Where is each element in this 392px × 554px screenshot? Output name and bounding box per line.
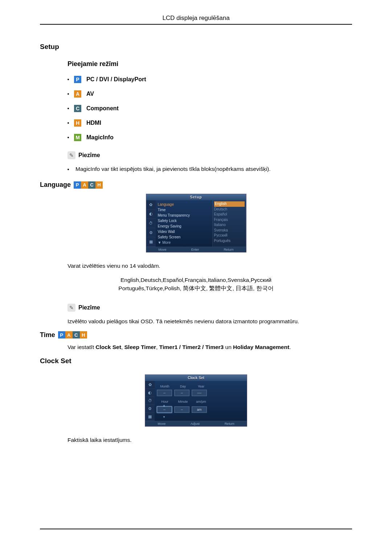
time-heading: Time P A C H (40, 331, 352, 339)
arrow-down-icon: ▼ (157, 416, 171, 419)
note-icon (68, 151, 75, 159)
time-heading-text: Time (40, 331, 55, 339)
language-heading-text: Language (40, 181, 71, 189)
osd-menu-item: Video Wall (158, 229, 210, 234)
time-period: . (289, 344, 291, 350)
osd-tab-icon: ✿ (145, 381, 155, 389)
time-sleep-timer: Sleep Timer (124, 344, 156, 350)
setup-heading: Setup (40, 43, 352, 51)
clock-label-hour: Hour (157, 400, 173, 403)
note-row: Piezīme (68, 151, 352, 159)
osd-tab-icon: ⚙ (145, 405, 155, 413)
bullet-icon (68, 79, 69, 80)
language-heading: Language P A C H (40, 181, 352, 189)
badge-a-icon: A (74, 90, 81, 98)
modes-heading: Pieejamie režīmi (68, 60, 352, 68)
osd-footer: Move Adjust Return (145, 421, 247, 426)
osd-lang-item: Français (214, 217, 245, 223)
clock-value-month: -- (157, 390, 172, 396)
mode-item-hdmi: H HDMI (68, 119, 352, 127)
note-text-row: MagicInfo var tikt iespējots tikai, ja p… (68, 166, 352, 172)
note-label: Piezīme (78, 304, 100, 311)
osd-menu-item: Energy Saving (158, 223, 210, 229)
osd-menu-item: Language (158, 202, 210, 207)
time-timers: Timer1 / Timer2 / Timer3 (159, 344, 224, 350)
osd-lang-item: Svenska (214, 228, 245, 233)
osd-menu-item: Safety Lock (158, 218, 210, 223)
osd-footer-move: Move (159, 248, 167, 251)
clock-label-year: Year (193, 385, 209, 388)
osd-menu-more: ▼ More (158, 240, 210, 245)
mode-label: AV (86, 91, 94, 97)
osd-tab-icon: ▦ (146, 237, 156, 247)
badge-a-icon: A (81, 181, 88, 189)
language-options-block: English,Deutsch,Español,Français,Italian… (40, 276, 352, 293)
mode-item-component: C Component (68, 105, 352, 112)
osd-icon-column: ✿ ◐ ⏱ ⚙ ▦ (145, 381, 155, 421)
badge-a-icon: A (65, 331, 73, 338)
mode-label: PC / DVI / DisplayPort (86, 76, 146, 83)
bullet-icon (68, 108, 69, 109)
mode-label: HDMI (86, 120, 101, 126)
osd-lang-item: Español (214, 212, 245, 217)
osd-clock-screenshot: Clock Set ✿ ◐ ⏱ ⚙ ▦ Month Day Year -- --… (145, 374, 247, 427)
osd-setup-screenshot: Setup ✿ ◐ ⏱ ⚙ ▦ Language Time Menu Trans… (146, 194, 246, 253)
footer-rule (40, 529, 352, 529)
language-options-line: Português,Türkçe,Polish, 简体中文, 繁體中文, 日本語… (40, 284, 352, 292)
osd-footer-adjust: Adjust (191, 422, 200, 426)
time-intro-text: Var iestatīt Clock Set, Sleep Timer, Tim… (68, 344, 352, 350)
time-clock-set: Clock Set (95, 344, 121, 350)
mode-label: Component (86, 105, 119, 112)
language-badge-group: P A C H (74, 181, 103, 189)
time-and: un (224, 344, 233, 350)
osd-menu-column: Language Time Menu Transparency Safety L… (156, 200, 212, 247)
badge-c-icon: C (74, 105, 81, 112)
osd-footer-enter: Enter (191, 248, 199, 251)
bullet-icon (68, 169, 69, 170)
language-note-text: Izvēlēto valodu pielāgos tikai OSD. Tā n… (68, 318, 352, 325)
clock-caption: Faktiskā laika iestatījums. (68, 437, 352, 443)
osd-title: Clock Set (145, 375, 247, 381)
clock-label-day: Day (175, 385, 191, 388)
mode-item-av: A AV (68, 90, 352, 98)
osd-footer-return: Return (224, 248, 233, 251)
osd-tab-icon: ▦ (145, 413, 155, 421)
badge-h-icon: H (80, 331, 87, 338)
osd-lang-selected: English (214, 201, 245, 207)
bullet-icon (68, 122, 69, 124)
osd-tab-icon: ⚙ (146, 228, 156, 238)
mode-label: MagicInfo (86, 134, 114, 141)
badge-p-icon: P (74, 181, 81, 189)
badge-c-icon: C (88, 181, 95, 189)
clock-set-heading: Clock Set (40, 357, 352, 365)
osd-lang-item: Deutsch (214, 207, 245, 212)
time-holiday: Holiday Management (233, 344, 289, 350)
osd-footer-move: Move (158, 422, 166, 426)
osd-tab-icon: ⏱ (145, 397, 155, 405)
header-rule (40, 24, 352, 25)
clock-label-month: Month (157, 385, 173, 388)
osd-tab-icon: ✿ (146, 200, 156, 210)
mode-list: P PC / DVI / DisplayPort A AV C Componen… (68, 76, 352, 141)
badge-p-icon: P (74, 76, 81, 83)
language-choose-text: Varat izvēlēties vienu no 14 valodām. (68, 263, 352, 269)
clock-label-minute: Minute (175, 400, 191, 403)
osd-menu-item: Menu Transparency (158, 213, 210, 218)
osd-tab-icon: ◐ (146, 210, 156, 219)
osd-title: Setup (146, 194, 246, 200)
bullet-icon (68, 93, 69, 95)
mode-item-magicinfo: M MagicInfo (68, 134, 352, 141)
badge-p-icon: P (58, 331, 65, 338)
osd-tab-icon: ⏱ (146, 219, 156, 228)
time-intro-prefix: Var iestatīt (68, 344, 95, 350)
osd-lang-item: Português (214, 238, 245, 244)
clock-value-minute: -- (174, 406, 189, 413)
note-text: MagicInfo var tikt iespējots tikai, ja p… (75, 166, 271, 172)
osd-tab-icon: ◐ (145, 389, 155, 397)
separator: , (121, 344, 124, 350)
language-options-line: English,Deutsch,Español,Français,Italian… (40, 276, 352, 284)
time-badge-group: P A C H (58, 331, 87, 338)
note-label: Piezīme (78, 152, 100, 159)
osd-language-list: English Deutsch Español Français Italian… (212, 200, 246, 247)
badge-h-icon: H (95, 181, 103, 189)
